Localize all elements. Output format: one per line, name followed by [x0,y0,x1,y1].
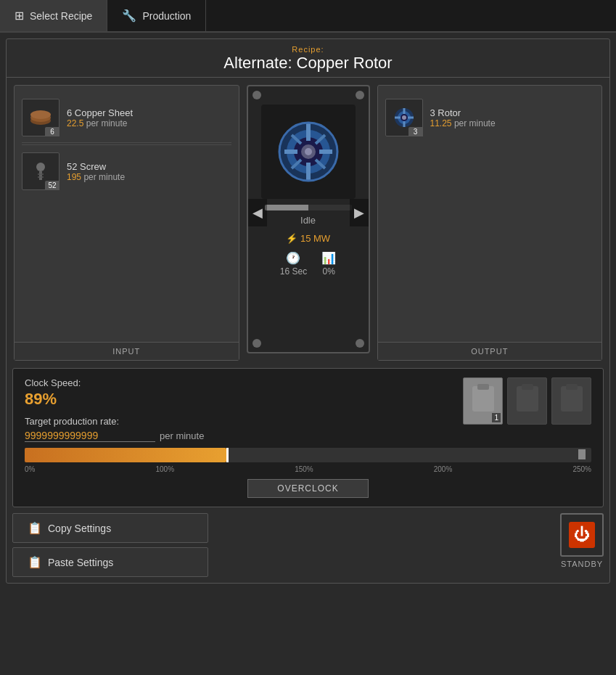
machine-stats: ⚡ 15 MW 🕐 16 Sec 📊 0% [280,233,336,277]
paste-settings-button[interactable]: 📋 Paste Settings [12,547,208,577]
overclock-tick [578,449,586,459]
copper-sheet-rate: 22.5 per minute [67,118,231,128]
prod-rate-unit: per minute [160,430,204,441]
svg-rect-29 [472,386,494,412]
screw-name: 52 Screw [67,161,231,172]
screw-badge: 52 [45,181,59,190]
select-recipe-btn[interactable]: ⊞ Select Recipe [0,0,107,31]
standby-inner: ⏻ [569,522,595,548]
svg-point-19 [305,148,312,155]
rotor-badge: 3 [408,127,423,136]
overclock-section: 1 Clock Speed: 89% Target production rat… [12,368,604,507]
rotor-icon-wrap: 3 [385,99,423,136]
recipe-name: Alternate: Copper Rotor [7,54,609,73]
machine-efficiency-value: 0% [323,266,335,277]
machine-time-stat: 🕐 16 Sec [280,251,307,277]
standby-label: STANDBY [561,560,603,568]
machine-efficiency-stat: 📊 0% [321,251,336,277]
overclock-bar-fill [25,448,226,462]
list-item: 3 3 Rotor 11.25 per minute [385,93,595,142]
recipe-label: Recipe: [7,45,609,54]
rotor-info: 3 Rotor 11.25 per minute [430,107,595,128]
paste-settings-label: Paste Settings [48,557,113,568]
copy-settings-button[interactable]: 📋 Copy Settings [12,513,208,543]
output-label: OUTPUT [378,342,602,360]
divider [22,144,231,145]
panels-container: 6 6 Copper Sheet 22.5 per minute [7,78,609,368]
overclock-button[interactable]: OVERCLOCK [247,479,368,498]
svg-rect-4 [39,171,42,180]
machine-next-btn[interactable]: ▶ [350,199,369,226]
bolt-icon: ⚡ [286,233,297,244]
output-items: 3 3 Rotor 11.25 per minute [378,86,602,342]
screw-rate-unit: per minute [83,172,125,182]
machine-panel: Idle ◀ ▶ ⚡ 15 MW 🕐 16 Sec [243,85,374,361]
power-value: 15 MW [300,233,330,244]
rotor-rate-value: 11.25 [430,118,452,128]
corner-br [356,339,364,348]
svg-point-28 [402,115,406,120]
overclock-slot-1[interactable]: 1 [463,377,503,425]
clock-icon: 🕐 [286,251,300,265]
svg-point-2 [30,110,51,119]
rotor-rate: 11.25 per minute [430,118,595,128]
copper-sheet-icon-wrap: 6 [22,99,59,136]
screw-rate-value: 195 [67,172,81,182]
grid-icon: ⊞ [15,9,24,22]
main-area: Recipe: Alternate: Copper Rotor [6,38,610,584]
prod-rate-row: per minute [25,430,591,442]
machine-frame: Idle ◀ ▶ ⚡ 15 MW 🕐 16 Sec [247,85,370,353]
standby-wrap: ⏻ STANDBY [560,513,604,568]
paste-icon: 📋 [28,555,42,569]
power-icon: ⏻ [574,525,590,544]
chart-icon: 📊 [321,251,336,265]
screw-icon-wrap: 52 [22,152,59,190]
machine-time-value: 16 Sec [280,266,307,277]
production-btn[interactable]: 🔧 Production [107,0,206,31]
top-nav: ⊞ Select Recipe 🔧 Production [0,0,616,33]
overclock-pct-labels: 0% 100% 150% 200% 250% [25,465,591,473]
list-item: 6 6 Copper Sheet 22.5 per minute [22,93,231,143]
copy-icon: 📋 [28,521,42,535]
screw-rate: 195 per minute [67,172,231,182]
production-label: Production [142,10,191,22]
copper-sheet-name: 6 Copper Sheet [67,107,231,118]
prod-rate-input[interactable] [25,430,155,442]
overclock-slot-2[interactable] [507,377,547,425]
list-item: 52 52 Screw 195 per minute [22,147,231,196]
svg-rect-31 [517,386,538,412]
corner-bl [252,339,261,348]
recipe-header: Recipe: Alternate: Copper Rotor [7,39,609,78]
overclock-bar-wrap[interactable] [25,448,591,462]
copper-sheet-info: 6 Copper Sheet 22.5 per minute [67,107,231,128]
machine-stat-row: 🕐 16 Sec 📊 0% [280,251,336,277]
svg-rect-34 [566,384,578,390]
corner-tr [356,91,364,99]
pct-200: 200% [434,465,453,473]
machine-prev-btn[interactable]: ◀ [248,199,267,226]
pct-100: 100% [156,465,175,473]
rotor-rate-unit: per minute [454,118,496,128]
wrench-icon: 🔧 [122,9,136,22]
bottom-left-buttons: 📋 Copy Settings 📋 Paste Settings [12,513,208,577]
rotor-name: 3 Rotor [430,107,595,118]
pct-150: 150% [295,465,313,473]
select-recipe-label: Select Recipe [30,10,92,22]
input-panel: 6 6 Copper Sheet 22.5 per minute [14,85,239,361]
svg-point-3 [36,163,45,171]
machine-display [261,105,356,199]
svg-rect-33 [561,386,583,412]
bottom-area: 📋 Copy Settings 📋 Paste Settings ⏻ STAND… [7,513,609,583]
slot-badge: 1 [492,413,501,422]
machine-nav: ◀ ▶ [248,199,369,226]
input-items: 6 6 Copper Sheet 22.5 per minute [15,86,239,342]
pct-250: 250% [572,465,591,473]
machine-power: ⚡ 15 MW [286,233,330,244]
overclock-slots: 1 [463,377,591,425]
input-label: INPUT [15,342,239,360]
standby-button[interactable]: ⏻ [560,513,604,557]
output-panel: 3 3 Rotor 11.25 per minute OUTPUT [377,85,603,361]
copper-sheet-rate-value: 22.5 [67,118,83,128]
svg-rect-32 [522,384,533,390]
overclock-slot-3[interactable] [551,377,591,425]
